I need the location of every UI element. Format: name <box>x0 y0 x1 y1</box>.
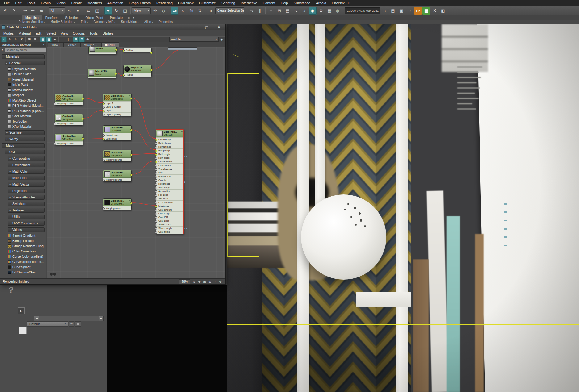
node-slot[interactable]: Roughness <box>156 182 183 186</box>
material-node-bitmap-3[interactable]: GoldenHe...VRayBitm...Mapping source <box>55 134 83 145</box>
browser-item-bitmap-lookup[interactable]: Bitmap Lookup <box>0 238 46 244</box>
select-by-name-icon[interactable]: ≡ <box>74 7 82 15</box>
browser-item-compositing[interactable]: +Compositing <box>0 155 46 162</box>
zoom-extents-icon[interactable]: ⊠ <box>207 279 212 284</box>
browser-search-input[interactable] <box>5 48 46 52</box>
browser-item-ink-n-paint[interactable]: Ink 'n Paint <box>0 82 46 87</box>
browser-item-top-bottom[interactable]: Top/Bottom <box>0 119 46 124</box>
node-slot[interactable]: Sheen color <box>156 223 183 226</box>
browser-item-morpher[interactable]: Morpher <box>0 93 46 98</box>
align-icon[interactable]: ∥ <box>256 7 264 15</box>
assign-material-to-selection-icon[interactable]: ↰ <box>13 37 19 42</box>
browser-item-scene-attributes[interactable]: +Scene Attributes <box>0 194 46 201</box>
browser-item-4-point-gradient[interactable]: 4-point Gradient <box>0 233 46 238</box>
sme-menu-material[interactable]: Material <box>16 31 33 35</box>
menu-customize[interactable]: Customize <box>196 0 219 6</box>
node-slot[interactable]: Displacement <box>156 160 183 163</box>
bind-to-space-warp-icon[interactable]: ≋ <box>38 7 45 15</box>
arrange-vertical-icon[interactable]: ⋮ <box>65 37 71 42</box>
ribbon-tab-freeform[interactable]: Freeform <box>42 15 62 20</box>
ribbon-panel-subdivision[interactable]: Subdivision <box>121 20 139 23</box>
node-slot[interactable]: Fresnel IOR <box>156 174 183 178</box>
node-slot[interactable]: Refl. rough. <box>156 152 183 156</box>
material-node-bitmap-5[interactable]: GoldenHe...VRayBitm...Mapping source <box>103 170 132 182</box>
material-editor-icon[interactable]: ◉ <box>309 7 317 15</box>
ribbon-panel-edit[interactable]: Edit <box>81 20 88 23</box>
render-production-icon[interactable]: ◍ <box>334 7 342 15</box>
node-slot[interactable]: Layer 2 <box>103 109 131 112</box>
ribbon-tab-selection[interactable]: Selection <box>62 15 82 20</box>
delete-selected-icon[interactable]: ✗ <box>19 37 24 42</box>
layout-all-icon[interactable]: ⊞ <box>73 37 79 42</box>
menu-graph-editors[interactable]: Graph Editors <box>126 0 153 6</box>
sme-menu-select[interactable]: Select <box>44 31 58 35</box>
state-sets-icon[interactable]: ▣ <box>397 7 405 15</box>
material-node-vraymtl[interactable]: GoldenHe...VRayMtlDiffuse mapReflect map… <box>156 129 184 234</box>
browser-item-math-color[interactable]: +Math Color <box>0 168 46 175</box>
pick-material-from-object-icon[interactable]: ✎ <box>7 37 13 42</box>
ribbon-minimize-icon[interactable]: ▭ <box>126 15 131 20</box>
browser-item-lift-gamma-gain[interactable]: Lift/Gamma/Gain <box>0 270 46 275</box>
time-scrollbar[interactable]: ◀ ▶ <box>34 316 104 321</box>
browser-item-multi-sub-object[interactable]: Multi/Sub-Object <box>0 98 46 103</box>
ribbon-toggle-icon[interactable]: ▤ <box>284 7 292 15</box>
select-tool-icon[interactable]: ↖ <box>1 37 7 42</box>
node-slot[interactable]: Coat IOR <box>156 215 183 219</box>
sme-menu-view[interactable]: View <box>58 31 71 35</box>
browser-item-color-correction[interactable]: Color Correction <box>0 249 46 254</box>
browser-item-general[interactable]: -General <box>0 60 46 66</box>
node-slot[interactable]: Mapping source <box>103 158 131 161</box>
node-slot[interactable]: Anisotropy <box>156 186 183 189</box>
material-node-normal-bump[interactable]: GoldenHe...VRayNor...Normal mapBump map <box>103 125 132 141</box>
node-slot[interactable]: Normal map <box>103 133 131 137</box>
node-slot[interactable]: Refract map <box>156 145 183 148</box>
ribbon-panel-polygon-modeling[interactable]: Polygon Modeling <box>19 20 45 23</box>
zoom-icon[interactable]: ⊕ <box>197 279 202 284</box>
browser-item-scanline[interactable]: +Scanline <box>0 129 46 136</box>
browser-item-environment[interactable]: +Environment <box>0 162 46 168</box>
secondary-viewport[interactable] <box>107 285 227 392</box>
menu-content[interactable]: Content <box>260 0 278 6</box>
snaps-toggle-icon[interactable]: 2.5 <box>171 7 178 15</box>
menu-phoenix-fd[interactable]: Phoenix FD <box>329 0 353 6</box>
menu-interactive[interactable]: Interactive <box>238 0 260 6</box>
zoom-extents-selected-icon[interactable]: ◳ <box>212 279 218 284</box>
node-slot[interactable]: Opacity <box>156 178 183 182</box>
move-children-icon[interactable]: ⊞ <box>27 37 32 42</box>
browser-item-uvw-coordinates[interactable]: +UVW Coordinates <box>0 220 46 227</box>
rendered-frame-icon[interactable]: ▦ <box>325 7 333 15</box>
node-slot[interactable]: Coat amount <box>156 208 183 211</box>
view-tab-view1[interactable]: View1 <box>48 42 64 47</box>
browser-item-math-float[interactable]: +Math Float <box>0 175 46 181</box>
zoom-level[interactable]: 78% <box>179 279 190 284</box>
browser-item-maps[interactable]: -Maps <box>0 142 46 149</box>
node-slot[interactable]: GTR tail falloff <box>156 200 183 204</box>
hammer-tools-icon[interactable]: ⚒ <box>431 7 438 15</box>
view-tab-vraypi-[interactable]: VRayPi... <box>80 42 101 47</box>
view-tab-marble[interactable]: marble <box>101 42 119 47</box>
browser-item-pbr-material-spec-[interactable]: PBR Material (Spec/... <box>0 108 46 114</box>
menu-file[interactable]: File <box>1 0 13 6</box>
ribbon-options-icon[interactable]: ▾ <box>132 15 136 20</box>
menu-arnold[interactable]: Arnold <box>313 0 329 6</box>
node-slot[interactable]: Mapping source <box>55 102 83 105</box>
browser-item-osl[interactable]: -OSL <box>0 149 46 155</box>
material-node-bitmap-6[interactable]: GoldenHe...VRayBitm...Mapping source <box>103 198 132 210</box>
node-slot[interactable]: Radius <box>124 73 151 77</box>
menu-modifiers[interactable]: Modifiers <box>85 0 105 6</box>
browser-item-materials[interactable]: -Materials <box>0 53 46 60</box>
sme-menu-utilities[interactable]: Utilities <box>100 31 116 35</box>
material-library-icon[interactable]: ▤ <box>389 7 397 15</box>
menu-edit[interactable]: Edit <box>13 0 24 6</box>
expand-panel-button[interactable]: ▶ <box>18 307 25 314</box>
folder-home-icon[interactable]: ⌂ <box>381 7 388 15</box>
menu-help[interactable]: Help <box>278 0 291 6</box>
zoom-region-icon[interactable]: ⊞ <box>202 279 207 284</box>
rail-clone-icon[interactable]: ▦ <box>422 7 430 15</box>
material-node-partial[interactable] <box>168 47 197 50</box>
material-node-map213-noise[interactable]: Map #213...Noise <box>88 69 116 78</box>
spinner-snap-icon[interactable]: ⇅ <box>196 7 203 15</box>
node-slot[interactable]: Coat rough. <box>156 211 183 215</box>
ribbon-panel-modify-selection[interactable]: Modify Selection <box>51 20 75 23</box>
node-slot[interactable]: Bump map <box>156 148 183 152</box>
